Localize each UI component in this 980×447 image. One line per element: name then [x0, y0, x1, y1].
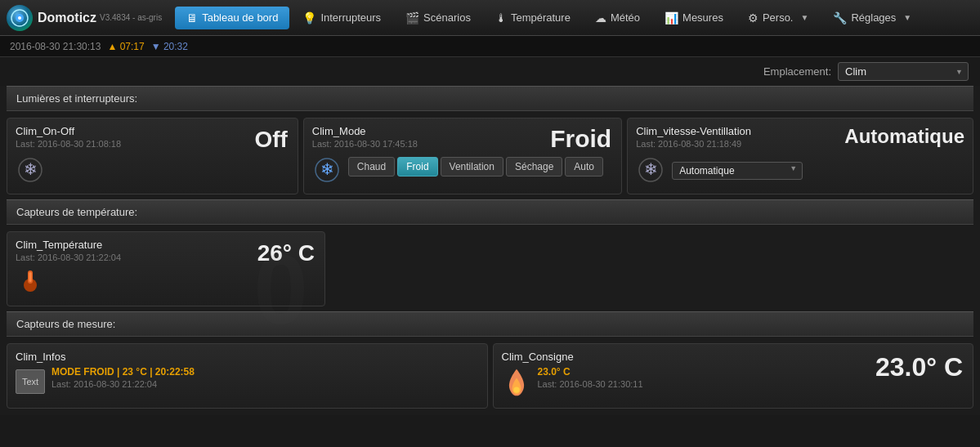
svg-text:❄: ❄: [24, 160, 38, 178]
svg-rect-11: [29, 272, 32, 282]
svg-point-12: [513, 387, 519, 392]
section-temperature-header: Capteurs de température:: [7, 199, 973, 225]
mesure-cards-row: Clim_Infos Text MODE FROID | 23 °C | 20:…: [7, 337, 973, 409]
tab-interrupteurs[interactable]: 💡 Interrupteurs: [291, 7, 392, 29]
emplacement-label: Emplacement:: [763, 65, 831, 78]
app-logo: [7, 5, 33, 31]
text-icon: Text: [16, 369, 45, 394]
tab-mesures[interactable]: 📊 Mesures: [653, 7, 735, 29]
card-clim-consigne: Clim_Consigne 23.0° C Last: 2016-08-30 2…: [493, 343, 974, 409]
clim-on-off-last: Last: 2016-08-30 21:08:18: [16, 139, 289, 149]
clim-on-off-name: Clim_On-Off: [16, 125, 289, 137]
clim-consigne-last: Last: 2016-08-30 21:30:11: [538, 379, 643, 389]
emplacement-row: Emplacement: Clim Tout Chambre Salon: [0, 57, 980, 86]
snowflake-icon-1: ❄: [16, 155, 45, 185]
lights-cards-row: Clim_On-Off Last: 2016-08-30 21:08:18 ❄ …: [7, 111, 973, 199]
tab-temperature[interactable]: 🌡 Température: [484, 7, 582, 29]
card-clim-mode: Clim_Mode Last: 2016-08-30 17:45:18 ❄ Ch…: [303, 118, 622, 194]
btn-froid[interactable]: Froid: [397, 157, 437, 177]
clim-consigne-text: 23.0° C: [538, 366, 643, 378]
snowflake-icon-3: ❄: [636, 155, 665, 185]
tab-tableau-de-bord[interactable]: 🖥 Tableau de bord: [175, 7, 289, 29]
card-clim-on-off: Clim_On-Off Last: 2016-08-30 21:08:18 ❄ …: [7, 118, 298, 194]
header: Domoticz V3.4834 - as-gris 🖥 Tableau de …: [0, 0, 980, 36]
mesures-icon: 📊: [665, 11, 678, 25]
app-name: Domoticz: [38, 11, 96, 25]
clim-temp-value: 26° C: [257, 240, 315, 266]
clim-infos-last: Last: 2016-08-30 21:22:04: [51, 379, 195, 389]
btn-auto[interactable]: Auto: [565, 157, 603, 177]
app-version: V3.4834 - as-gris: [100, 13, 162, 22]
datetime: 2016-08-30 21:30:13: [10, 41, 101, 52]
clim-infos-name: Clim_Infos: [16, 351, 479, 363]
svg-text:❄: ❄: [644, 160, 658, 178]
section-lights-header: Lumières et interrupteurs:: [7, 86, 973, 111]
clim-on-off-value: Off: [254, 127, 287, 153]
ventilation-select[interactable]: Automatique Lent Moyen Rapide: [672, 162, 803, 180]
tab-scenarios[interactable]: 🎬 Scénarios: [394, 7, 482, 29]
temperature-icon: 🌡: [495, 11, 507, 25]
emplacement-select-wrapper: Clim Tout Chambre Salon: [838, 62, 969, 81]
card-clim-infos: Clim_Infos Text MODE FROID | 23 °C | 20:…: [7, 343, 488, 409]
clim-consigne-value: 23.0° C: [875, 352, 963, 382]
clim-consigne-detail: 23.0° C Last: 2016-08-30 21:30:11: [538, 366, 643, 389]
temperature-cards-row: Clim_Température Last: 2016-08-30 21:22:…: [7, 225, 973, 311]
reglages-arrow: ▼: [903, 13, 911, 22]
reglages-icon: 🔧: [833, 11, 847, 25]
tab-reglages[interactable]: 🔧 Réglages ▼: [821, 7, 923, 29]
emplacement-select[interactable]: Clim Tout Chambre Salon: [838, 62, 969, 81]
card-clim-temperature: Clim_Température Last: 2016-08-30 21:22:…: [7, 231, 325, 306]
clim-vitesse-value: Automatique: [844, 125, 964, 148]
sunrise: ▲ 07:17: [107, 41, 144, 52]
sub-header: 2016-08-30 21:30:13 ▲ 07:17 ▼ 20:32: [0, 36, 980, 57]
thermometer-icon: [16, 267, 45, 297]
logo-area: Domoticz V3.4834 - as-gris: [7, 5, 162, 31]
flame-icon: [502, 366, 531, 399]
clim-mode-value: Froid: [550, 125, 611, 153]
tableau-icon: 🖥: [186, 11, 198, 25]
scenarios-icon: 🎬: [405, 11, 419, 25]
perso-icon: ⚙: [748, 11, 758, 25]
tab-meteo[interactable]: ☁ Météo: [584, 7, 651, 29]
btn-sechage[interactable]: Séchage: [506, 157, 562, 177]
svg-text:❄: ❄: [320, 160, 333, 178]
nav-tabs: 🖥 Tableau de bord 💡 Interrupteurs 🎬 Scén…: [175, 7, 923, 29]
vent-select-wrapper: Automatique Lent Moyen Rapide: [672, 157, 803, 180]
mode-buttons: Chaud Froid Ventilation Séchage Auto: [348, 157, 603, 177]
btn-ventilation[interactable]: Ventilation: [441, 157, 503, 177]
mode-buttons-container: Chaud Froid Ventilation Séchage Auto: [348, 152, 603, 177]
card-clim-vitesse: Clim_vitesse-Ventillation Last: 2016-08-…: [627, 118, 973, 194]
tab-perso[interactable]: ⚙ Perso. ▼: [736, 7, 820, 29]
meteo-icon: ☁: [595, 11, 606, 25]
snowflake-icon-2: ❄: [312, 155, 342, 185]
btn-chaud[interactable]: Chaud: [348, 157, 395, 177]
perso-arrow: ▼: [800, 13, 808, 22]
clim-infos-detail: MODE FROID | 23 °C | 20:22:58 Last: 2016…: [51, 366, 195, 389]
section-mesure-header: Capteurs de mesure:: [7, 311, 973, 337]
sunset: ▼ 20:32: [151, 41, 188, 52]
interrupteurs-icon: 💡: [302, 11, 316, 25]
clim-infos-text: MODE FROID | 23 °C | 20:22:58: [51, 366, 195, 378]
svg-point-2: [18, 16, 21, 20]
main-content: Lumières et interrupteurs: Clim_On-Off L…: [0, 86, 980, 415]
